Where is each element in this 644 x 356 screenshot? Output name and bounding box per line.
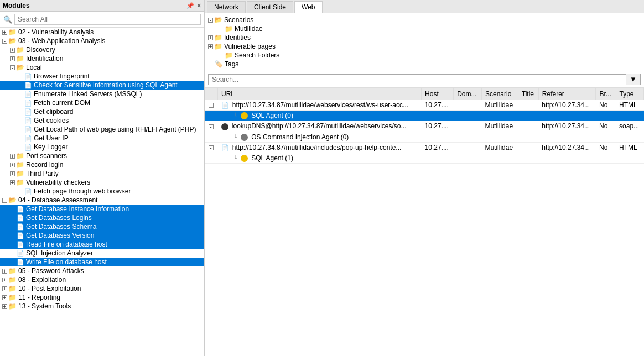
label-scenarios: Scenarios	[224, 16, 253, 24]
tree-item-11[interactable]: + 📁 11 - Reporting	[0, 293, 204, 302]
tab-network[interactable]: Network	[207, 1, 246, 13]
tree-item-08[interactable]: + 📁 08 - Exploitation	[0, 275, 204, 284]
tree-item-vuln-checkers[interactable]: + 📁 Vulnerability checkers	[0, 178, 204, 187]
search-dropdown-button[interactable]: ▼	[626, 74, 641, 85]
referer-cell-1c	[538, 111, 596, 121]
tree-item-04[interactable]: - 📂 04 - Database Assessment	[0, 196, 204, 205]
col-host[interactable]: Host	[422, 88, 454, 100]
tree-item-fetch-dom[interactable]: 📄 Fetch current DOM	[0, 98, 204, 107]
expand-discovery[interactable]: +	[10, 48, 15, 53]
tab-client-side[interactable]: Client Side	[247, 1, 293, 13]
tree-item-get-db-logins[interactable]: 📄 Get Databases Logins	[0, 213, 204, 222]
col-scenario[interactable]: Scenario	[481, 88, 518, 100]
label-search-folders: Search Folders	[235, 51, 279, 59]
tree-item-third-party[interactable]: + 📁 Third Party	[0, 169, 204, 178]
tree-item-get-db-version[interactable]: 📄 Get Databases Version	[0, 231, 204, 240]
tree-item-get-user-ip[interactable]: 📄 Get User IP	[0, 134, 204, 143]
item-label-11: 11 - Reporting	[18, 294, 60, 301]
expand-03[interactable]: -	[2, 39, 7, 44]
tree-item-browser-fp[interactable]: 📄 Browser fingerprint	[0, 72, 204, 81]
item-icon-get-local-path: 📄	[24, 126, 32, 133]
col-br[interactable]: Br...	[596, 88, 616, 100]
tree-item-write-file-db[interactable]: 📄 Write File on database host	[0, 258, 204, 266]
close-icon[interactable]: ✕	[196, 2, 201, 9]
expand-port-scanners[interactable]: +	[10, 154, 15, 159]
tree-item-02[interactable]: + 📁 02 - Vulnerability Analysis	[0, 28, 204, 36]
expand-11[interactable]: +	[2, 295, 7, 300]
folder-icon-mutillidae: 📁	[225, 25, 233, 33]
expand-vuln-checkers[interactable]: +	[10, 180, 15, 185]
expand-08[interactable]: +	[2, 278, 7, 282]
col-url[interactable]: URL	[218, 88, 422, 100]
table-row-2[interactable]: - lookupDNS@http://10.27.34.87/mutillida…	[205, 121, 644, 132]
expand-cell-1[interactable]: -	[205, 100, 218, 111]
tree-item-05[interactable]: + 📁 05 - Password Attacks	[0, 266, 204, 275]
web-tree-scenarios[interactable]: - 📂 Scenarios	[208, 15, 641, 24]
expand-third-party[interactable]: +	[10, 171, 15, 176]
tree-item-port-scanners[interactable]: + 📁 Port scanners	[0, 151, 204, 160]
col-dom[interactable]: Dom...	[454, 88, 482, 100]
col-referer[interactable]: Referer	[538, 88, 596, 100]
expand-identification[interactable]: +	[10, 56, 15, 61]
web-tree-mutillidae[interactable]: 📁 Mutillidae	[208, 24, 641, 33]
tree-item-check-sensitive[interactable]: 📄 Check for Sensitive Information using …	[0, 81, 204, 90]
tree-item-read-file-db[interactable]: 📄 Read File on database host	[0, 240, 204, 249]
tree-item-get-clipboard[interactable]: 📄 Get clipboard	[0, 107, 204, 116]
tree-item-sql-injection[interactable]: 📄 SQL Injection Analyzer	[0, 249, 204, 258]
tree-item-local[interactable]: - 📂 Local	[0, 63, 204, 72]
item-label-enum-linked: Enumerate Linked Servers (MSSQL)	[34, 90, 142, 98]
title-cell-2	[518, 121, 538, 132]
expand-13[interactable]: +	[2, 304, 7, 309]
expand-vuln-pages[interactable]: +	[208, 44, 213, 49]
expand-identities[interactable]: +	[208, 35, 213, 40]
expand-05[interactable]: +	[2, 269, 7, 274]
expand-10[interactable]: +	[2, 286, 7, 291]
table-row-3-child-1[interactable]: └ SQL Agent (1)	[205, 153, 644, 163]
expand-cell-2[interactable]: -	[205, 121, 218, 132]
url-table-body: - 📄 http://10.27.34.87/mutillidae/webser…	[205, 100, 644, 164]
tree-item-fetch-page[interactable]: 📄 Fetch page through web browser	[0, 187, 204, 196]
tree-item-key-logger[interactable]: 📄 Key Logger	[0, 143, 204, 151]
tab-web[interactable]: Web	[294, 1, 322, 13]
table-row-1-child-1[interactable]: └ SQL Agent (0)	[205, 111, 644, 121]
tree-item-get-db-instance[interactable]: 📄 Get Database Instance Information	[0, 205, 204, 213]
tree-item-identification[interactable]: + 📁 Identification	[0, 54, 204, 63]
tree-item-get-local-path[interactable]: 📄 Get Local Path of web page using RFI/L…	[0, 125, 204, 134]
expand-scenarios[interactable]: -	[208, 18, 213, 23]
expand-local[interactable]: -	[10, 65, 15, 70]
col-type[interactable]: Type	[616, 88, 643, 100]
url-cell-1: 📄 http://10.27.34.87/mutillidae/webservi…	[218, 100, 422, 111]
expand-cell-3[interactable]: -	[205, 142, 218, 153]
table-row-2-child-1[interactable]: └ OS Command Injection Agent (0)	[205, 132, 644, 142]
label-vuln-pages: Vulnerable pages	[224, 43, 276, 50]
tree-item-03[interactable]: - 📂 03 - Web Application Analysis	[0, 36, 204, 45]
item-label-check-sensitive: Check for Sensitive Information using SQ…	[34, 81, 178, 89]
search-box: 🔍	[0, 12, 204, 28]
tree-item-10[interactable]: + 📁 10 - Post Exploitation	[0, 284, 204, 293]
tree-item-discovery[interactable]: + 📁 Discovery	[0, 45, 204, 54]
item-label-vuln-checkers: Vulnerability checkers	[26, 179, 90, 186]
pin-icon[interactable]: 📌	[186, 2, 194, 9]
url-cell-2c: └ OS Command Injection Agent (0)	[218, 132, 422, 142]
table-row-1[interactable]: - 📄 http://10.27.34.87/mutillidae/webser…	[205, 100, 644, 111]
web-tree-vuln-pages[interactable]: + 📁 Vulnerable pages	[208, 42, 641, 51]
tree-item-record-login[interactable]: + 📁 Record login	[0, 160, 204, 169]
web-tree-identities[interactable]: + 📁 Identities	[208, 33, 641, 42]
expand-record-login[interactable]: +	[10, 163, 15, 167]
col-title[interactable]: Title	[518, 88, 538, 100]
right-panel: Network Client Side Web - 📂 Scenarios 📁 …	[205, 0, 644, 356]
expand-02[interactable]: +	[2, 30, 7, 35]
url-text-2: lookupDNS@http://10.27.34.87/mutillidae/…	[232, 122, 407, 130]
web-tree-tags[interactable]: 🏷️ Tags	[208, 60, 641, 69]
search-input[interactable]	[14, 14, 201, 25]
tree-item-get-cookies[interactable]: 📄 Get cookies	[0, 116, 204, 125]
item-label-browser-fp: Browser fingerprint	[34, 72, 90, 80]
tree-item-13[interactable]: + 📁 13 - System Tools	[0, 302, 204, 311]
table-row-3[interactable]: - 📄 http://10.27.34.87/mutillidae/includ…	[205, 142, 644, 153]
tree-item-enum-linked[interactable]: 📄 Enumerate Linked Servers (MSSQL)	[0, 90, 204, 98]
tree-item-get-db-schema[interactable]: 📄 Get Databases Schema	[0, 222, 204, 231]
item-icon-get-user-ip: 📄	[24, 135, 32, 142]
expand-04[interactable]: -	[2, 198, 7, 203]
web-tree-search-folders[interactable]: 📁 Search Folders	[208, 51, 641, 60]
url-search-input[interactable]	[208, 74, 626, 85]
